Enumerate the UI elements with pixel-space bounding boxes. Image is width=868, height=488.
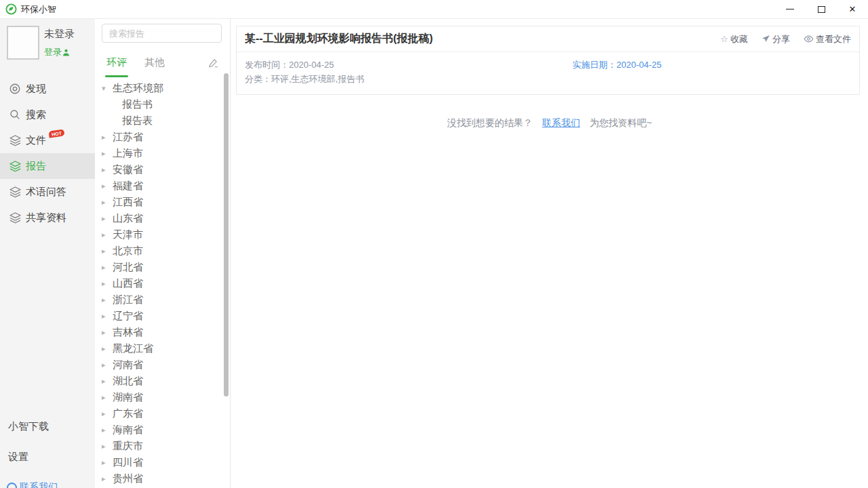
expand-arrow-icon[interactable]: [102, 458, 113, 467]
tree-node-province[interactable]: 黑龙江省: [95, 340, 224, 357]
tree-label: 山东省: [113, 212, 143, 225]
login-link[interactable]: 登录: [44, 46, 62, 58]
minimize-icon: [786, 9, 794, 9]
expand-arrow-icon[interactable]: [102, 474, 113, 483]
expand-arrow-icon[interactable]: [102, 442, 113, 451]
layers-icon: [8, 211, 22, 224]
eye-icon: [804, 34, 814, 44]
expand-arrow-icon[interactable]: [102, 328, 113, 337]
report-card: 某--工业园规划环境影响报告书(报批稿) ☆ 收藏 分享 查看文件: [236, 26, 860, 95]
tree-node-province[interactable]: 湖南省: [95, 389, 224, 405]
close-button[interactable]: ✕: [837, 0, 868, 18]
tree-node-province[interactable]: 天津市: [95, 226, 224, 243]
star-icon: ☆: [720, 34, 728, 44]
expand-arrow-icon[interactable]: [102, 230, 113, 239]
tree-node-province[interactable]: 湖北省: [95, 373, 224, 389]
tree-node-province[interactable]: 江西省: [95, 194, 224, 210]
tree-node-report-type[interactable]: 报告书: [95, 96, 224, 113]
tree-label: 湖南省: [113, 391, 143, 404]
expand-arrow-icon[interactable]: [102, 165, 113, 174]
expand-arrow-icon[interactable]: [102, 279, 113, 288]
sidebar-item-files[interactable]: 文件 HOT: [0, 127, 95, 153]
expand-arrow-icon[interactable]: [102, 296, 113, 304]
tree-node-province[interactable]: 河南省: [95, 357, 224, 373]
expand-arrow-icon[interactable]: [102, 344, 113, 353]
avatar[interactable]: [7, 26, 39, 60]
app-logo-icon: [5, 3, 17, 15]
contact-icon: [7, 483, 17, 488]
expand-arrow-icon[interactable]: [102, 263, 113, 272]
share-label: 分享: [772, 33, 790, 45]
tree: 生态环境部报告书报告表江苏省上海市安徽省福建省江西省山东省天津市北京市河北省山西…: [95, 80, 224, 487]
sidebar-item-download[interactable]: 小智下载: [0, 420, 95, 433]
sidebar-item-reports[interactable]: 报告: [0, 153, 95, 179]
tree-node-province[interactable]: 上海市: [95, 145, 224, 161]
tree-label: 河南省: [113, 359, 143, 371]
tree-node-province[interactable]: 贵州省: [95, 470, 224, 487]
tree-node-province[interactable]: 辽宁省: [95, 308, 224, 324]
maximize-button[interactable]: [806, 0, 837, 18]
tree-node-province[interactable]: 江苏省: [95, 129, 224, 145]
tab-huanping[interactable]: 环评: [106, 56, 127, 69]
tree-node-province[interactable]: 河北省: [95, 259, 224, 275]
sidebar-item-shared-materials[interactable]: 共享资料: [0, 205, 95, 230]
tree-label: 广东省: [113, 407, 143, 420]
view-file-label: 查看文件: [816, 33, 851, 45]
sidebar-item-label: 术语问答: [26, 186, 66, 199]
sidebar-item-discover[interactable]: 发现: [0, 76, 95, 102]
tree-label: 辽宁省: [113, 310, 143, 323]
tree-node-province[interactable]: 福建省: [95, 178, 224, 194]
sidebar-item-settings[interactable]: 设置: [0, 451, 95, 464]
sidebar-item-terms-qa[interactable]: 术语问答: [0, 179, 95, 205]
sidebar-item-search[interactable]: 搜索: [0, 102, 95, 127]
tab-other[interactable]: 其他: [144, 56, 165, 69]
expand-arrow-icon[interactable]: [102, 149, 113, 158]
expand-arrow-icon[interactable]: [102, 247, 113, 256]
tree-node-province[interactable]: 北京市: [95, 243, 224, 259]
expand-arrow-icon[interactable]: [102, 198, 113, 207]
expand-arrow-icon[interactable]: [102, 133, 113, 142]
search-input[interactable]: [102, 24, 222, 43]
tree-node-province[interactable]: 海南省: [95, 422, 224, 438]
expand-arrow-icon[interactable]: [102, 377, 113, 386]
tree-node-province[interactable]: 浙江省: [95, 291, 224, 308]
minimize-button[interactable]: [774, 0, 806, 18]
tree-node-province[interactable]: 四川省: [95, 454, 224, 470]
report-filter-panel: 环评 其他 生态环境部报告书报告表江苏省上海市安徽省福建省江西省山东省天津市北京…: [95, 19, 231, 488]
sidebar-item-contact[interactable]: 联系我们: [0, 481, 95, 488]
edit-pencil-icon[interactable]: [208, 58, 218, 68]
tree-node-report-type[interactable]: 报告表: [95, 113, 224, 129]
tree-node-province[interactable]: 山东省: [95, 210, 224, 226]
view-file-button[interactable]: 查看文件: [804, 33, 851, 45]
tree-label: 江苏省: [113, 131, 143, 144]
window-controls: ✕: [774, 0, 868, 18]
expand-arrow-icon[interactable]: [102, 214, 113, 223]
scrollbar-thumb[interactable]: [224, 73, 229, 396]
favorite-button[interactable]: ☆ 收藏: [720, 33, 748, 45]
expand-arrow-icon[interactable]: [102, 182, 113, 190]
tree-node-province[interactable]: 广东省: [95, 405, 224, 422]
tree-node-province[interactable]: 山西省: [95, 275, 224, 291]
contact-us-link[interactable]: 联系我们: [542, 117, 580, 128]
panel-scrollbar[interactable]: [224, 73, 229, 488]
layers-icon: [8, 185, 22, 199]
share-icon: [762, 35, 770, 43]
tree-label: 贵州省: [113, 472, 143, 485]
expand-arrow-icon[interactable]: [102, 361, 113, 369]
tree-node-ministry[interactable]: 生态环境部: [95, 80, 224, 96]
titlebar: 环保小智 ✕: [0, 0, 868, 19]
tree-node-province[interactable]: 安徽省: [95, 161, 224, 178]
share-button[interactable]: 分享: [762, 33, 790, 45]
tree-label: 黑龙江省: [113, 342, 153, 355]
tree-node-province[interactable]: 吉林省: [95, 324, 224, 340]
tree-label: 天津市: [113, 228, 143, 241]
expand-arrow-icon[interactable]: [102, 393, 113, 402]
expand-arrow-icon[interactable]: [102, 426, 113, 434]
tree-label: 重庆市: [113, 440, 143, 453]
expand-arrow-icon[interactable]: [102, 409, 113, 418]
tree-node-province[interactable]: 重庆市: [95, 438, 224, 454]
expand-arrow-icon[interactable]: [102, 312, 113, 321]
login-row[interactable]: 登录: [44, 46, 75, 58]
collapse-arrow-icon[interactable]: [102, 84, 113, 93]
empty-result-message: 没找到想要的结果？ 联系我们 为您找资料吧~: [231, 117, 868, 129]
